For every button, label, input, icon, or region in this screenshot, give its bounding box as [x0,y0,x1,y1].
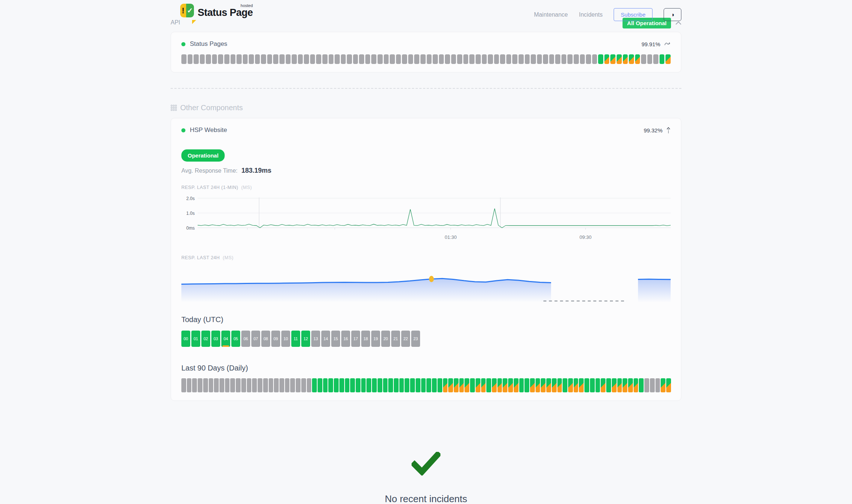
day-bar[interactable] [623,378,627,392]
uptime-bar[interactable] [629,54,634,64]
uptime-bar[interactable] [402,54,407,64]
uptime-bar[interactable] [341,54,346,64]
hour-cell[interactable]: 06 [241,331,250,347]
uptime-bar[interactable] [537,54,542,64]
hour-cell[interactable]: 04 [221,331,230,347]
subscribe-button[interactable]: Subscribe [614,8,653,21]
day-bar[interactable] [448,378,453,392]
day-bar[interactable] [584,378,589,392]
uptime-bar[interactable] [335,54,340,64]
day-bar[interactable] [606,378,611,392]
uptime-bar[interactable] [574,54,579,64]
day-bar[interactable] [476,378,480,392]
uptime-bar[interactable] [359,54,364,64]
day-bar[interactable] [557,378,562,392]
day-bar[interactable] [579,378,584,392]
day-bar[interactable] [552,378,557,392]
uptime-bar[interactable] [457,54,462,64]
day-bar[interactable] [574,378,578,392]
hour-cell[interactable]: 11 [291,331,300,347]
hour-cell[interactable]: 08 [261,331,270,347]
uptime-bar[interactable] [292,54,297,64]
uptime-bar[interactable] [555,54,560,64]
day-bar[interactable] [383,378,388,392]
uptime-bar[interactable] [231,54,236,64]
day-bar[interactable] [497,378,502,392]
uptime-bar[interactable] [279,54,285,64]
day-bar[interactable] [334,378,339,392]
uptime-bar[interactable] [243,54,248,64]
uptime-bar[interactable] [200,54,205,64]
uptime-bar[interactable] [261,54,266,64]
day-bar[interactable] [541,378,546,392]
uptime-bar[interactable] [586,54,591,64]
hour-cell[interactable]: 15 [331,331,340,347]
uptime-bar[interactable] [249,54,254,64]
day-bar[interactable] [644,378,649,392]
hour-cell[interactable]: 05 [231,331,240,347]
uptime-bar[interactable] [310,54,315,64]
day-bar[interactable] [394,378,399,392]
uptime-bar[interactable] [463,54,469,64]
uptime-bar[interactable] [194,54,199,64]
hour-cell[interactable]: 18 [361,331,370,347]
day-bar[interactable] [312,378,317,392]
highlight-dot[interactable] [429,276,434,282]
day-bar[interactable] [650,378,655,392]
day-bar[interactable] [252,378,257,392]
day-bar[interactable] [486,378,491,392]
day-bar[interactable] [661,378,665,392]
uptime-bar[interactable] [488,54,493,64]
day-bar[interactable] [219,378,224,392]
day-bar[interactable] [388,378,393,392]
uptime-bar[interactable] [408,54,413,64]
day-bar[interactable] [666,378,671,392]
uptime-bar[interactable] [641,54,646,64]
uptime-bar[interactable] [298,54,303,64]
uptime-bar[interactable] [329,54,334,64]
uptime-bar[interactable] [543,54,548,64]
uptime-bar[interactable] [414,54,419,64]
day-bar[interactable] [345,378,350,392]
uptime-bar[interactable] [433,54,438,64]
day-bar[interactable] [492,378,497,392]
uptime-bar[interactable] [567,54,573,64]
uptime-bar[interactable] [610,54,615,64]
uptime-bar[interactable] [494,54,499,64]
day-bar[interactable] [198,378,202,392]
uptime-bar[interactable] [304,54,309,64]
hour-cell[interactable]: 09 [271,331,280,347]
day-bar[interactable] [366,378,371,392]
uptime-bar[interactable] [212,54,217,64]
uptime-bar[interactable] [604,54,610,64]
day-bar[interactable] [285,378,290,392]
day-bar[interactable] [459,378,464,392]
day-bar[interactable] [192,378,197,392]
nav-link-incidents[interactable]: Incidents [579,11,603,18]
day-bar[interactable] [247,378,252,392]
hour-cell[interactable]: 19 [371,331,380,347]
uptime-bar[interactable] [476,54,481,64]
day-bar[interactable] [530,378,535,392]
uptime-bar[interactable] [390,54,395,64]
uptime-bar[interactable] [549,54,554,64]
uptime-bar[interactable] [482,54,487,64]
day-bar[interactable] [339,378,344,392]
day-bar[interactable] [655,378,660,392]
day-bar[interactable] [426,378,431,392]
uptime-bar[interactable] [273,54,278,64]
uptime-bar[interactable] [237,54,242,64]
day-bar[interactable] [519,378,524,392]
hour-cell[interactable]: 17 [351,331,360,347]
day-bar[interactable] [546,378,551,392]
day-bar[interactable] [236,378,241,392]
day-bar[interactable] [356,378,360,392]
day-bar[interactable] [209,378,214,392]
uptime-bar[interactable] [384,54,389,64]
day-bar[interactable] [241,378,246,392]
uptime-bar[interactable] [635,54,640,64]
uptime-bar[interactable] [427,54,432,64]
response-line-chart[interactable] [198,195,671,232]
response-area-chart[interactable] [181,264,671,307]
uptime-bar[interactable] [322,54,328,64]
